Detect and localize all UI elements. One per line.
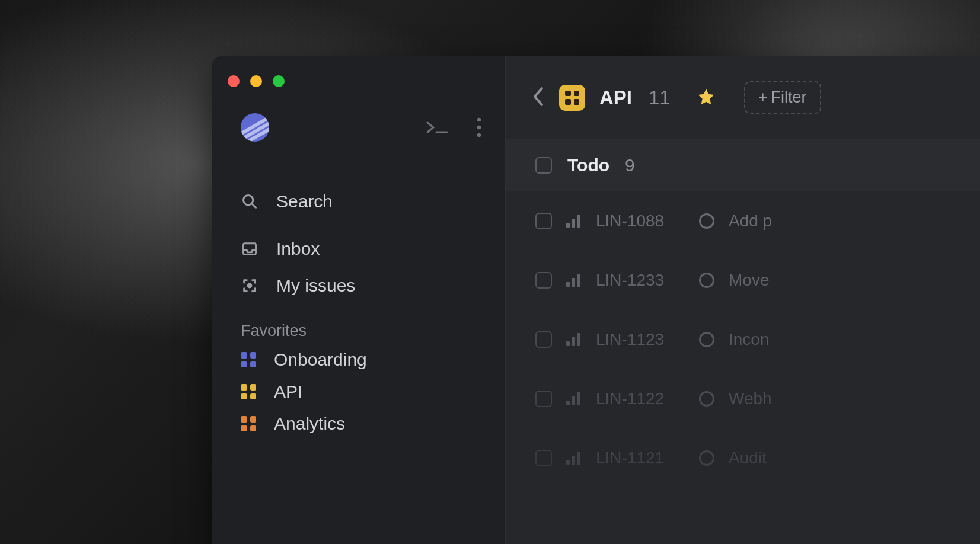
issue-row[interactable]: LIN-1233 Move: [506, 251, 980, 310]
target-icon: [241, 277, 258, 294]
window-titlebar: [212, 69, 505, 93]
issue-group-header[interactable]: Todo 9: [506, 139, 980, 191]
plus-icon: +: [758, 88, 768, 107]
status-icon[interactable]: [699, 273, 714, 288]
main-header: API 11 + Filter: [506, 56, 980, 139]
issue-id: LIN-1121: [596, 449, 685, 468]
sidebar-item-label: Onboarding: [274, 350, 367, 370]
project-icon: [241, 416, 256, 431]
fullscreen-window-button[interactable]: [273, 75, 285, 87]
checkbox[interactable]: [535, 450, 552, 466]
priority-icon[interactable]: [566, 452, 582, 465]
checkbox[interactable]: [535, 213, 552, 229]
issue-id: LIN-1233: [596, 271, 685, 290]
minimize-window-button[interactable]: [250, 75, 262, 87]
nav-section: Search Inbox M: [212, 183, 505, 304]
group-count: 9: [625, 155, 635, 175]
issue-title: Audit: [729, 449, 767, 468]
project-icon: [241, 352, 256, 367]
filter-button-label: Filter: [771, 88, 807, 107]
checkbox[interactable]: [535, 331, 552, 348]
sidebar-item-label: Inbox: [276, 239, 320, 259]
priority-icon[interactable]: [566, 333, 582, 346]
status-icon[interactable]: [699, 450, 714, 466]
issue-title: Incon: [729, 330, 770, 349]
project-title[interactable]: API: [599, 87, 632, 109]
sidebar-favorite-api[interactable]: API: [212, 376, 505, 408]
sidebar-item-my-issues[interactable]: My issues: [241, 267, 481, 304]
issues-list: LIN-1088 Add p LIN-1233 Move LIN-1123 In…: [506, 191, 980, 544]
priority-icon[interactable]: [566, 215, 582, 228]
svg-point-7: [248, 284, 251, 287]
issue-id: LIN-1088: [596, 212, 685, 231]
sidebar-item-search[interactable]: Search: [241, 183, 481, 220]
back-button[interactable]: [532, 86, 545, 110]
issue-row[interactable]: LIN-1122 Webh: [506, 369, 980, 428]
search-icon: [241, 193, 258, 210]
command-palette-icon[interactable]: [426, 121, 449, 134]
checkbox[interactable]: [535, 272, 552, 289]
favorites-heading: Favorites: [212, 322, 505, 344]
issue-id: LIN-1123: [596, 330, 685, 349]
favorite-star-icon[interactable]: [697, 87, 716, 108]
sidebar-item-label: API: [274, 382, 302, 402]
svg-point-3: [477, 133, 481, 137]
filter-button[interactable]: + Filter: [744, 81, 821, 114]
issue-row[interactable]: LIN-1123 Incon: [506, 310, 980, 369]
sidebar-item-inbox[interactable]: Inbox: [241, 231, 481, 267]
sidebar: Search Inbox M: [212, 56, 505, 544]
svg-line-5: [252, 204, 256, 208]
inbox-icon: [241, 241, 258, 257]
sidebar-item-label: My issues: [276, 276, 355, 296]
sidebar-item-label: Search: [276, 191, 333, 212]
project-issue-count: 11: [649, 87, 671, 109]
project-icon: [241, 384, 256, 399]
more-menu-icon[interactable]: [477, 117, 481, 137]
status-icon[interactable]: [699, 391, 714, 407]
status-icon[interactable]: [699, 213, 714, 229]
app-window: Search Inbox M: [212, 56, 980, 544]
issue-id: LIN-1122: [596, 389, 685, 408]
close-window-button[interactable]: [228, 75, 240, 87]
checkbox[interactable]: [535, 157, 552, 174]
issue-title: Webh: [729, 389, 772, 408]
issue-row[interactable]: LIN-1121 Audit: [506, 428, 980, 488]
project-icon: [559, 85, 585, 111]
issue-row[interactable]: LIN-1088 Add p: [506, 191, 980, 251]
status-icon[interactable]: [699, 332, 714, 347]
workspace-logo[interactable]: [241, 113, 269, 142]
priority-icon[interactable]: [566, 274, 582, 287]
sidebar-item-label: Analytics: [274, 414, 345, 434]
priority-icon[interactable]: [566, 392, 582, 405]
main-pane: API 11 + Filter Todo 9 LIN-1088: [505, 56, 980, 544]
svg-point-1: [477, 118, 481, 121]
checkbox[interactable]: [535, 391, 552, 407]
svg-point-2: [477, 126, 481, 129]
sidebar-favorite-onboarding[interactable]: Onboarding: [212, 344, 505, 376]
sidebar-favorite-analytics[interactable]: Analytics: [212, 408, 505, 440]
issue-title: Add p: [729, 212, 772, 231]
group-name: Todo: [567, 155, 609, 175]
workspace-row: [212, 113, 505, 142]
issue-title: Move: [729, 271, 769, 290]
